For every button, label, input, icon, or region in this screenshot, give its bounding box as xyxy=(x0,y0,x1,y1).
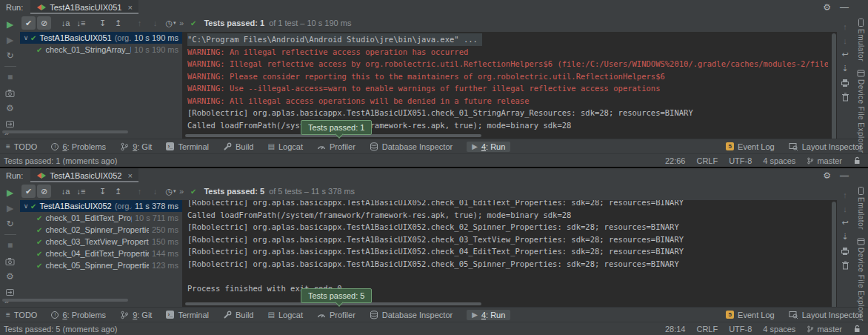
sort-alphabetically-button[interactable]: ↓a xyxy=(59,16,73,30)
indent-style[interactable]: 4 spaces xyxy=(763,325,795,334)
device-file-explorer-tool-button[interactable]: Device File Explorer xyxy=(857,237,865,321)
rerun-failed-tests-button[interactable]: ▶ xyxy=(4,203,16,213)
toolwindow-problems[interactable]: !6: Problems xyxy=(51,142,106,151)
chevron-down-icon[interactable]: ∨ xyxy=(23,202,29,210)
test-tree-row[interactable]: ✔ check_04_EditText_Properties 144 ms xyxy=(20,248,182,259)
test-tree-row[interactable]: ✔ check_02_Spinner_Properties 250 ms xyxy=(20,224,182,236)
chevron-down-icon[interactable]: ∨ xyxy=(23,34,29,42)
lock-icon[interactable] xyxy=(853,156,861,165)
stop-button[interactable]: ■ xyxy=(4,72,16,82)
next-failed-test-button[interactable]: ↓ xyxy=(148,16,162,30)
hide-window-icon[interactable]: — xyxy=(840,2,868,13)
toolwindow-problems[interactable]: !6: Problems xyxy=(51,311,106,319)
scroll-to-end-icon[interactable]: ⇣ xyxy=(840,64,850,73)
soft-wrap-icon[interactable]: ↩ xyxy=(840,50,850,59)
clear-all-trash-icon[interactable] xyxy=(840,92,850,102)
show-ignored-filter-button[interactable]: ⊘ xyxy=(37,16,51,30)
print-icon[interactable] xyxy=(840,78,850,87)
show-passed-filter-button[interactable]: ✔ xyxy=(21,185,36,198)
toolwindow-database-inspector[interactable]: Database Inspector xyxy=(370,142,453,151)
git-branch-widget[interactable]: master xyxy=(807,156,842,165)
caret-position[interactable]: 28:14 xyxy=(665,325,686,334)
sort-alphabetically-button[interactable]: ↓a xyxy=(59,185,73,198)
stop-button[interactable]: ■ xyxy=(4,240,16,251)
lock-icon[interactable] xyxy=(853,325,861,333)
sort-by-duration-button[interactable]: ↓≡ xyxy=(74,185,88,198)
previous-failed-test-button[interactable]: ↑ xyxy=(133,185,147,198)
thread-dump-icon[interactable] xyxy=(4,256,16,266)
toolwindow-logcat[interactable]: ▤Logcat xyxy=(267,311,302,319)
clear-all-trash-icon[interactable] xyxy=(840,260,850,270)
layout-inspector-button[interactable]: Layout Inspector xyxy=(789,311,862,319)
toolwindow-profiler[interactable]: Profiler xyxy=(317,311,355,319)
test-tree-row[interactable]: ✔ check_05_Spinner_Properties 123 ms xyxy=(20,259,182,271)
test-history-button[interactable]: ◷▾ xyxy=(164,185,178,198)
toolwindow-terminal[interactable]: ›_Terminal xyxy=(166,142,209,151)
pin-restore-icon[interactable] xyxy=(4,287,16,297)
test-tree-root-row[interactable]: ∨ ✔ TestA1BasicUIX052 (org.aplas.basica … xyxy=(20,200,182,212)
rerun-tests-button[interactable]: ▶ xyxy=(4,188,16,198)
toggle-auto-test-button[interactable]: ↻ xyxy=(4,50,16,61)
tree-horizontal-scrollbar[interactable] xyxy=(2,130,128,133)
git-branch-widget[interactable]: master xyxy=(807,325,842,334)
toolwindow-logcat[interactable]: ▤Logcat xyxy=(267,142,302,151)
rerun-failed-tests-button[interactable]: ▶ xyxy=(4,35,16,45)
toolwindow-run[interactable]: ▶4: Run xyxy=(467,310,510,320)
test-history-button[interactable]: ◷▾ xyxy=(164,16,178,30)
show-passed-filter-button[interactable]: ✔ xyxy=(21,16,36,30)
test-tree-root-row[interactable]: ∨ ✔ TestA1BasicUIX051 (org.aplas.basica … xyxy=(20,32,182,44)
console-vertical-scrollbar[interactable] xyxy=(832,33,836,139)
device-file-explorer-tool-button[interactable]: Device File Explorer xyxy=(857,69,865,153)
toolbar-overflow-icon[interactable]: » xyxy=(179,187,184,196)
toolwindow-profiler[interactable]: Profiler xyxy=(317,142,355,151)
toolwindow-git[interactable]: 9: Git xyxy=(120,311,152,319)
print-icon[interactable] xyxy=(840,246,850,256)
line-separator[interactable]: CRLF xyxy=(696,325,718,334)
gear-icon[interactable]: ⚙ xyxy=(814,2,840,13)
indent-style[interactable]: 4 spaces xyxy=(763,156,795,165)
toolwindow-run[interactable]: ▶4: Run xyxy=(467,142,510,152)
soft-wrap-icon[interactable]: ↩ xyxy=(840,218,850,228)
sort-by-duration-button[interactable]: ↓≡ xyxy=(74,16,88,30)
file-encoding[interactable]: UTF-8 xyxy=(729,325,752,334)
toolwindow-build[interactable]: Build xyxy=(223,142,253,151)
toolwindow-terminal[interactable]: ›_Terminal xyxy=(166,311,209,319)
test-settings-icon[interactable]: ⚙ xyxy=(4,271,16,282)
run-tab-testa1basicuix052[interactable]: TestA1BasicUIX052 × xyxy=(30,168,138,182)
scroll-to-end-icon[interactable]: ⇣ xyxy=(840,232,850,242)
scroll-up-icon[interactable]: ↑ xyxy=(840,190,850,199)
show-ignored-filter-button[interactable]: ⊘ xyxy=(37,185,51,198)
layout-inspector-button[interactable]: Layout Inspector xyxy=(789,142,862,151)
collapse-all-button[interactable]: ↥ xyxy=(111,185,125,198)
test-tree-row[interactable]: ✔ check_03_TextView_Properties 150 ms xyxy=(20,236,182,248)
line-separator[interactable]: CRLF xyxy=(696,156,718,165)
next-failed-test-button[interactable]: ↓ xyxy=(148,185,162,198)
console-vertical-scrollbar[interactable] xyxy=(832,202,836,307)
rerun-tests-button[interactable]: ▶ xyxy=(4,19,16,30)
toolwindow-build[interactable]: Build xyxy=(223,311,253,319)
previous-failed-test-button[interactable]: ↑ xyxy=(133,16,147,30)
toolwindow-todo[interactable]: ≡TODO xyxy=(6,311,37,319)
scroll-down-icon[interactable]: ↓ xyxy=(840,36,850,45)
toolbar-overflow-icon[interactable]: » xyxy=(179,19,184,27)
gear-icon[interactable]: ⚙ xyxy=(814,170,840,181)
scroll-up-icon[interactable]: ↑ xyxy=(840,21,850,31)
expand-all-button[interactable]: ↧ xyxy=(96,185,110,198)
caret-position[interactable]: 22:66 xyxy=(665,156,686,165)
toolwindow-database-inspector[interactable]: Database Inspector xyxy=(370,311,453,319)
toggle-auto-test-button[interactable]: ↻ xyxy=(4,219,16,229)
hide-window-icon[interactable]: — xyxy=(840,170,868,181)
collapse-all-button[interactable]: ↥ xyxy=(111,16,125,30)
event-log-button[interactable]: 5Event Log xyxy=(726,311,775,319)
thread-dump-icon[interactable] xyxy=(4,87,16,98)
tree-horizontal-scrollbar[interactable] xyxy=(2,299,128,302)
test-tree-row[interactable]: ✔ check_01_StringArray_Resources 10 s 19… xyxy=(20,44,182,56)
scroll-down-icon[interactable]: ↓ xyxy=(840,204,850,213)
close-tab-icon[interactable]: × xyxy=(127,3,132,12)
test-tree-row[interactable]: ✔ check_01_EditText_Properties 10 s 711 … xyxy=(20,212,182,224)
toolwindow-git[interactable]: 9: Git xyxy=(120,142,152,151)
test-settings-icon[interactable]: ⚙ xyxy=(4,103,16,113)
close-tab-icon[interactable]: × xyxy=(127,171,132,180)
file-encoding[interactable]: UTF-8 xyxy=(729,156,752,165)
expand-all-button[interactable]: ↧ xyxy=(96,16,110,30)
